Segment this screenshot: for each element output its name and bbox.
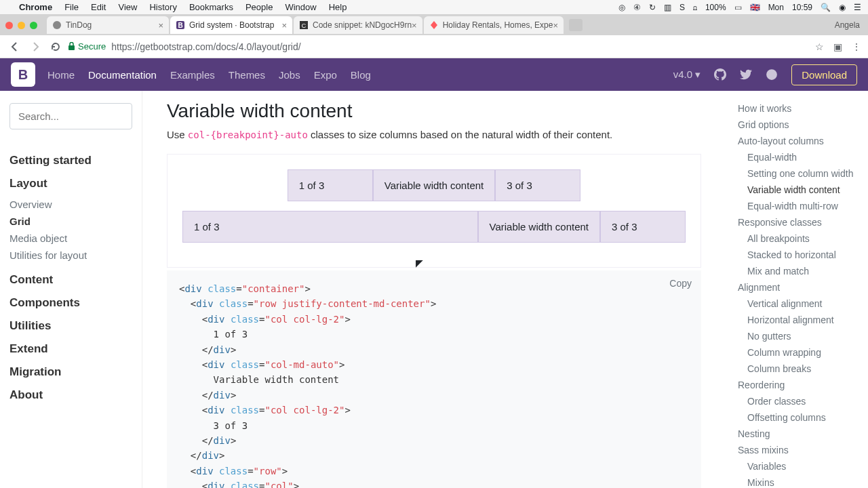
close-tab-icon[interactable]: × [412, 20, 417, 30]
close-tab-icon[interactable]: × [281, 20, 287, 30]
extension-icon[interactable]: ▣ [833, 41, 842, 52]
sidebar-link[interactable]: Overview [9, 196, 132, 213]
sidebar-heading[interactable]: Getting started [9, 154, 132, 167]
wifi-icon[interactable]: ⩍ [693, 3, 697, 12]
menu-view[interactable]: View [118, 2, 137, 12]
status-icon[interactable]: ↻ [649, 3, 656, 12]
sidebar-link[interactable]: Grid [9, 213, 132, 230]
toc-link[interactable]: Responsive classes [732, 214, 861, 230]
toc-link[interactable]: Alignment [732, 279, 861, 296]
toc-link[interactable]: Sass mixins [732, 442, 861, 458]
toc-link[interactable]: Stacked to horizontal [732, 247, 861, 263]
browser-tab[interactable]: TinDog × [47, 16, 169, 34]
forward-button[interactable] [27, 39, 43, 55]
sidebar-heading[interactable]: Extend [9, 342, 132, 356]
toc-link[interactable]: Reordering [732, 377, 861, 393]
code-line: <div class="row justify-content-md-cente… [179, 296, 689, 311]
address-bar: Secure https://getbootstrap.com/docs/4.0… [0, 35, 868, 58]
flag-icon[interactable]: 🇬🇧 [750, 3, 760, 12]
toc-link[interactable]: Order classes [732, 393, 861, 409]
url-field[interactable]: Secure https://getbootstrap.com/docs/4.0… [68, 41, 815, 52]
nav-documentation[interactable]: Documentation [88, 69, 157, 81]
browser-tab[interactable]: C Code snippet: kNDgocH9rn × [294, 16, 422, 34]
menu-edit[interactable]: Edit [91, 2, 106, 12]
sidebar-heading[interactable]: Components [9, 296, 132, 310]
toc-link[interactable]: Equal-width multi-row [732, 198, 861, 214]
toc-link[interactable]: Grid options [732, 117, 861, 133]
toc-link[interactable]: Column wrapping [732, 344, 861, 361]
sidebar-heading[interactable]: Layout [9, 177, 132, 190]
star-icon[interactable]: ☆ [815, 41, 824, 52]
toc-link[interactable]: Offsetting columns [732, 409, 861, 426]
toc-link[interactable]: Vertical alignment [732, 296, 861, 312]
toc-link[interactable]: Horizontal alignment [732, 312, 861, 328]
browser-tab[interactable]: Holiday Rentals, Homes, Expe × [424, 16, 564, 34]
toc-link[interactable]: Mix and match [732, 263, 861, 279]
toc-link[interactable]: All breakpoints [732, 230, 861, 247]
toc-link[interactable]: How it works [732, 100, 861, 117]
nav-jobs[interactable]: Jobs [279, 69, 300, 81]
toc-link[interactable]: Variables [732, 458, 861, 474]
menu-file[interactable]: File [64, 2, 79, 12]
spotlight-icon[interactable]: 🔍 [821, 3, 831, 12]
clock-time[interactable]: 10:59 [792, 3, 812, 12]
toc-link[interactable]: Variable width content [732, 182, 861, 198]
menu-icon[interactable]: ☰ [854, 3, 861, 12]
status-icon[interactable]: ④ [633, 3, 641, 12]
status-icon[interactable]: ▥ [664, 3, 671, 12]
download-button[interactable]: Download [791, 64, 857, 85]
menu-people[interactable]: People [245, 2, 273, 12]
new-tab-button[interactable] [569, 19, 583, 31]
toc-link[interactable]: No gutters [732, 328, 861, 344]
sidebar-heading[interactable]: Utilities [9, 319, 132, 333]
nav-themes[interactable]: Themes [229, 69, 265, 81]
toc-link[interactable]: Setting one column width [732, 165, 861, 182]
example-col: 3 of 3 [600, 211, 686, 243]
clock-day[interactable]: Mon [768, 3, 784, 12]
siri-icon[interactable]: ◉ [839, 3, 846, 12]
browser-tab[interactable]: B Grid system · Bootstrap × [170, 16, 292, 34]
left-sidebar: Getting startedLayoutOverviewGridMedia o… [0, 91, 142, 488]
status-icon[interactable]: S [679, 3, 685, 12]
version-dropdown[interactable]: v4.0 ▾ [673, 68, 701, 81]
github-icon[interactable] [714, 68, 726, 81]
copy-button[interactable]: Copy [669, 276, 692, 291]
menu-window[interactable]: Window [285, 2, 316, 12]
search-input[interactable] [9, 103, 132, 129]
minimize-window-icon[interactable] [18, 22, 25, 29]
maximize-window-icon[interactable] [30, 22, 37, 29]
battery-label[interactable]: 100% [705, 3, 726, 12]
close-window-icon[interactable] [5, 22, 13, 29]
reload-button[interactable] [47, 39, 64, 55]
favicon-icon [429, 20, 439, 30]
toc-link[interactable]: Mixins [732, 474, 861, 488]
twitter-icon[interactable] [740, 68, 752, 81]
battery-icon[interactable]: ▭ [734, 3, 742, 12]
toc-link[interactable]: Column breaks [732, 361, 861, 377]
menu-history[interactable]: History [149, 2, 176, 12]
nav-blog[interactable]: Blog [351, 69, 371, 81]
nav-examples[interactable]: Examples [170, 69, 215, 81]
back-button[interactable] [7, 39, 23, 55]
user-badge[interactable]: Angela [835, 20, 860, 30]
menu-help[interactable]: Help [329, 2, 347, 12]
toc-link[interactable]: Auto-layout columns [732, 133, 861, 149]
nav-expo[interactable]: Expo [314, 69, 337, 81]
toc-link[interactable]: Equal-width [732, 149, 861, 165]
slack-icon[interactable] [766, 68, 778, 81]
sidebar-heading[interactable]: Migration [9, 365, 132, 379]
close-tab-icon[interactable]: × [158, 20, 163, 30]
sidebar-link[interactable]: Utilities for layout [9, 247, 132, 264]
chrome-menu-icon[interactable]: ⋮ [852, 41, 861, 52]
bootstrap-logo-icon[interactable]: B [11, 62, 35, 87]
app-name[interactable]: Chrome [19, 2, 52, 12]
nav-home[interactable]: Home [47, 69, 75, 81]
sidebar-heading[interactable]: About [9, 388, 132, 402]
svg-point-6 [766, 69, 777, 80]
sidebar-heading[interactable]: Content [9, 273, 132, 287]
sidebar-link[interactable]: Media object [9, 230, 132, 247]
menu-bookmarks[interactable]: Bookmarks [189, 2, 233, 12]
toc-link[interactable]: Nesting [732, 426, 861, 442]
status-icon[interactable]: ◎ [618, 3, 625, 12]
close-tab-icon[interactable]: × [553, 20, 558, 30]
